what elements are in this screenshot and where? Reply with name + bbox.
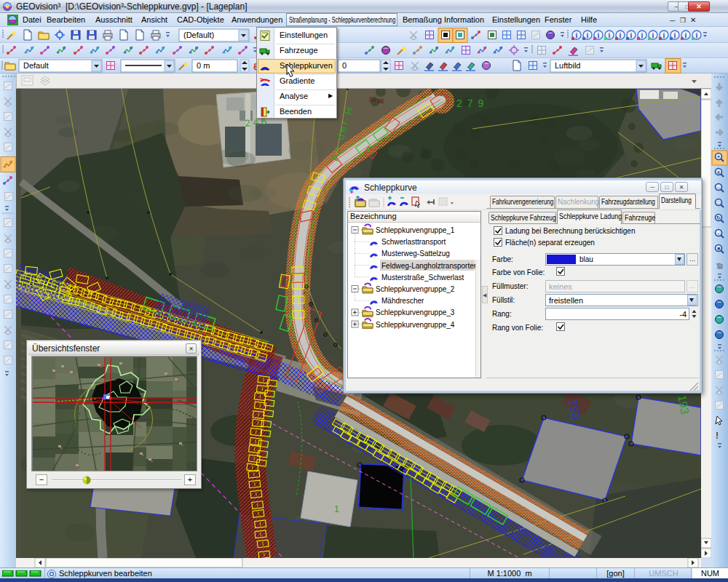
svg-text:i: i [609,31,611,39]
svg-text:i: i [663,31,665,39]
svg-text:i: i [652,31,654,39]
svg-text:Feldweg-Langholztransporter: Feldweg-Langholztransporter [381,262,477,270]
svg-text:i: i [598,31,600,39]
svg-text:i: i [620,31,622,39]
svg-text:i: i [630,31,633,39]
svg-text:Musterstraße_Schwerlast: Musterstraße_Schwerlast [381,274,464,282]
svg-text:i: i [685,31,687,39]
svg-text:i: i [587,31,589,39]
svg-text:279: 279 [456,97,488,109]
svg-text:i: i [674,31,676,39]
svg-text:+: + [717,154,720,159]
svg-text:Musterweg-Sattelzug: Musterweg-Sattelzug [381,250,450,258]
svg-text:↻: ↻ [716,215,721,220]
svg-text:Schleppkurvengruppe_4: Schleppkurvengruppe_4 [376,321,455,329]
svg-text:1: 1 [334,504,339,514]
svg-text:!: ! [716,431,719,441]
svg-text:(Default): (Default) [183,31,214,39]
svg-text:Mähdrescher: Mähdrescher [381,297,424,305]
svg-text:Schleppkurvengruppe_3: Schleppkurvengruppe_3 [376,308,455,316]
svg-text:Schwerlasttransport: Schwerlasttransport [381,238,446,246]
svg-text:±: ± [717,170,720,175]
svg-text:0: 0 [342,61,347,70]
svg-text:i: i [641,31,644,39]
svg-text:i: i [696,31,698,39]
svg-text:Schleppkurvengruppe_2: Schleppkurvengruppe_2 [376,285,455,293]
svg-text:Luftbild: Luftbild [555,61,580,70]
svg-text:■: ■ [717,246,720,251]
svg-text:Schleppkurvengruppe_1: Schleppkurvengruppe_1 [376,226,455,234]
svg-text:Default: Default [23,61,49,70]
svg-text:↔: ↔ [716,185,721,190]
svg-text:0 m: 0 m [197,61,210,70]
svg-text:i: i [576,31,578,39]
